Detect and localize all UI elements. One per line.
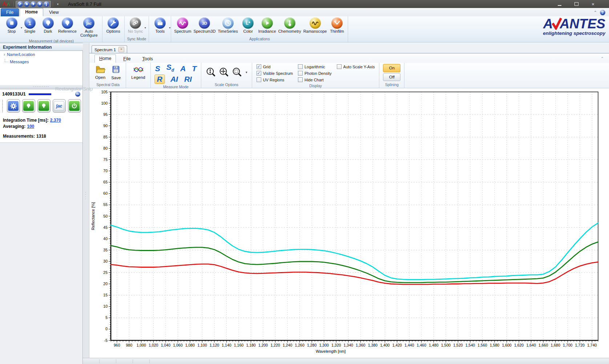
ribbon-button-options[interactable]: Options [104, 17, 122, 34]
zoom-rect-icon[interactable] [232, 67, 242, 78]
ribbon-button-label: Auto Configure [79, 29, 99, 37]
measure-mode-ai[interactable]: AI [170, 75, 179, 84]
device-button-jac-device[interactable]: ∫ac [53, 99, 66, 113]
device-button-power[interactable] [68, 99, 81, 113]
legend-button[interactable]: Legend [128, 64, 148, 80]
svg-text:15: 15 [103, 293, 108, 297]
measure-mode-s[interactable]: S [154, 64, 161, 73]
tree-item-messages[interactable]: Messages [0, 58, 82, 65]
zoom-pan-icon[interactable] [219, 67, 229, 78]
collapse-ribbon-icon[interactable]: ⌃ [594, 10, 597, 15]
ribbon-button-dark[interactable]: Dark [39, 17, 57, 34]
save-button[interactable]: Save [108, 64, 124, 81]
measure-mode-a[interactable]: A [180, 64, 186, 73]
toolbar-grip[interactable] [2, 100, 4, 112]
nosync-icon [130, 17, 141, 29]
minimize-button[interactable] [556, 1, 563, 7]
checkbox-visible-spectrum[interactable]: ✓Visible Spectrum [257, 71, 293, 76]
checkbox-hide-chart[interactable]: Hide Chart [298, 77, 332, 82]
app-tab-file[interactable]: File [1, 8, 19, 16]
ribbon-button-single[interactable]: 1Single [21, 17, 39, 34]
ribbon-button-color[interactable]: L*Color [239, 17, 257, 34]
measure-mode-r[interactable]: R [154, 74, 165, 84]
window-title: AvaSoft 8.7 Full [68, 1, 101, 7]
dropdown-caret-icon[interactable]: ▾ [169, 26, 170, 29]
toolbar-group: Legend [126, 63, 150, 88]
ribbon-button-ramanscope[interactable]: Ramanscope [302, 17, 328, 34]
window-controls: × [556, 1, 609, 7]
checkbox-icon[interactable]: ✓ [257, 64, 261, 69]
collapse-device-icon[interactable] [75, 92, 80, 97]
open-button[interactable]: Open [92, 64, 108, 80]
device-button-bulb-green[interactable] [22, 99, 35, 113]
checkbox-photon-density[interactable]: Photon Density [298, 71, 332, 76]
checkbox-icon[interactable] [298, 71, 303, 76]
checkbox-uv-regions[interactable]: UV Regions [257, 77, 293, 82]
help-icon[interactable]: ? [600, 10, 605, 15]
device-panel: 1409133U1 ∫ac Integration Time [ms]:2.37… [0, 89, 82, 143]
bulb-icon[interactable] [37, 1, 43, 7]
checkbox-icon[interactable]: ✓ [257, 71, 261, 76]
splining-on-button[interactable]: On [383, 64, 400, 72]
ribbon-button-spectrum3d[interactable]: 3DSpectrum3D [192, 17, 217, 34]
splitter-grip[interactable]: ···· [85, 191, 86, 200]
device-button-bulb-green[interactable] [37, 99, 51, 113]
checkbox-auto-scale-y-axis[interactable]: Auto Scale Y-Axis [337, 64, 375, 69]
checkbox-icon[interactable] [298, 64, 303, 69]
svg-text:1,580: 1,580 [490, 343, 499, 347]
ribbon-button-irradiance[interactable]: Irradiance [257, 17, 277, 34]
app-tab-view[interactable]: View [44, 9, 64, 16]
zoom-vertical-icon[interactable] [206, 67, 215, 78]
maximize-button[interactable] [573, 1, 580, 7]
ribbon-button-reference[interactable]: Reference [57, 17, 78, 34]
svg-text:1,480: 1,480 [429, 343, 438, 347]
ribbon-button-stop[interactable]: Stop▾ [3, 17, 21, 34]
tab-spectrum-1[interactable]: Spectrum 1 ✕ [92, 45, 127, 53]
splining-off-button[interactable]: Off [383, 73, 400, 81]
ribbon-button-thinfilm[interactable]: Thinfilm [328, 17, 346, 34]
quick-access-dropdown-icon[interactable]: ▾ [57, 3, 59, 6]
close-button[interactable]: × [589, 1, 597, 7]
wrench-icon[interactable] [17, 1, 23, 7]
panel-splitter[interactable]: ···· [83, 43, 89, 358]
checkbox-logarithmic[interactable]: Logarithmic [298, 64, 332, 69]
dropdown-caret-icon[interactable]: ▾ [145, 26, 146, 29]
toolbar-group-label: Splining [382, 82, 402, 88]
svg-text:20: 20 [103, 282, 108, 286]
svg-text:1,660: 1,660 [539, 343, 548, 347]
measure-mode-t[interactable]: T [191, 64, 197, 73]
spectrum-tab-home[interactable]: Home [94, 54, 116, 63]
expander-icon[interactable]: › [4, 52, 5, 57]
ribbon-button-chemometry[interactable]: Chemometry [277, 17, 302, 34]
stop-icon[interactable] [24, 1, 29, 7]
close-tab-icon[interactable]: ✕ [118, 47, 124, 52]
svg-text:1,040: 1,040 [161, 343, 170, 347]
tree-item-name-location[interactable]: ›Name/Location [0, 51, 82, 58]
checkbox-icon[interactable] [337, 64, 342, 69]
device-button-gear[interactable] [7, 99, 20, 113]
spectrum-tab-file[interactable]: File [119, 55, 135, 63]
measure-mode-sd[interactable]: Sd [166, 63, 175, 74]
checkbox-icon[interactable] [298, 77, 303, 82]
spectrum-chart[interactable]: 9609801,0001,0201,0401,0601,0801,1001,12… [89, 88, 609, 358]
titlebar-separator [13, 1, 14, 7]
measure-mode-ri[interactable]: RI [183, 75, 193, 84]
collapse-toolbar-icon[interactable]: ⌃ [596, 56, 609, 63]
ribbon-button-spectrum[interactable]: Spectrum [173, 17, 192, 34]
app-tab-home[interactable]: Home [20, 8, 43, 16]
ribbon-button-tools[interactable]: Tools▾ [151, 17, 169, 34]
checkbox-grid[interactable]: ✓Grid [257, 64, 293, 69]
ribbon-button-auto-configure[interactable]: ∫acAuto Configure [78, 17, 100, 38]
ribbon-button-timeseries[interactable]: TimeSeries [217, 17, 239, 34]
jac-mini-icon[interactable]: ∫ [44, 1, 49, 7]
ribbon-button-no-sync[interactable]: No Sync▾ [126, 17, 145, 34]
field-value[interactable]: 100 [27, 124, 34, 129]
bulb-icon[interactable] [31, 1, 36, 7]
ribbon-group-label [104, 36, 122, 42]
field-value[interactable]: 2.370 [50, 118, 61, 123]
scale-dropdown-icon[interactable]: ▾ [246, 70, 247, 74]
spectrum-tab-tools[interactable]: Tools [138, 55, 157, 63]
bulb-icon [43, 17, 54, 29]
checkbox-icon[interactable] [257, 77, 261, 82]
sidebar-splitter[interactable]: ········· [0, 85, 82, 89]
